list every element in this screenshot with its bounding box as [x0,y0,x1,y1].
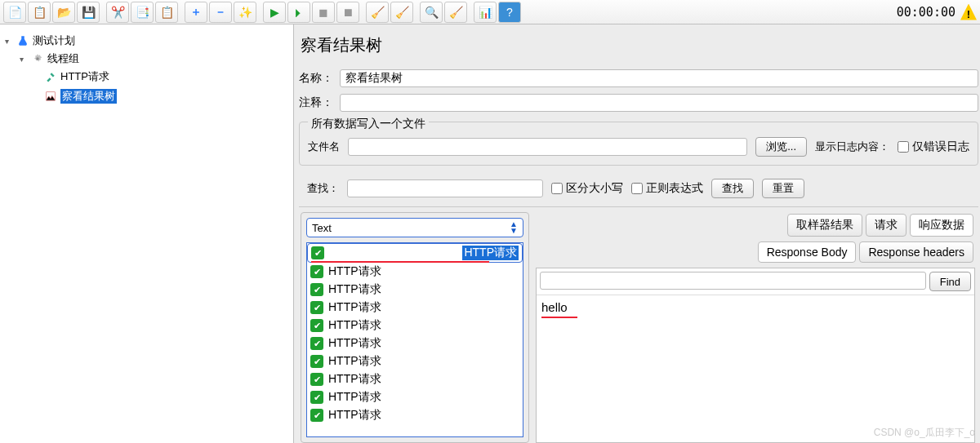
watermark: CSDN @o_瓜田李下_o [874,426,975,440]
result-item-label: HTTP请求 [328,264,381,279]
new-file-icon[interactable]: 📄 [3,2,26,23]
only-errors-label: 仅错误日志 [912,140,969,154]
clear-icon[interactable]: 🧹 [366,2,389,23]
templates-icon[interactable]: 📋 [28,2,51,23]
result-item[interactable]: ✔HTTP请求 [307,388,523,406]
response-find-input[interactable] [540,272,926,290]
result-item[interactable]: ✔HTTP请求 [307,281,523,299]
comment-label: 注释： [299,95,333,110]
tree-thread-group[interactable]: ▾ 线程组 [18,51,290,67]
result-item[interactable]: ✔HTTP请求 [307,370,523,388]
result-item-label: HTTP请求 [328,390,381,405]
stop-icon[interactable]: ◼ [312,2,335,23]
wand-icon[interactable]: ✨ [234,2,256,23]
reset-button[interactable]: 重置 [762,179,804,198]
tree-view-results[interactable]: 察看结果树 [42,88,290,104]
clear-all-icon[interactable]: 🧹 [390,2,413,23]
result-item[interactable]: ✔HTTP请求 [307,299,523,317]
tab-response-data[interactable]: 响应数据 [910,214,973,237]
result-item[interactable]: ✔ HTTP请求 [307,243,523,263]
search-input[interactable] [347,179,543,197]
success-icon: ✔ [310,355,323,368]
display-log-label: 显示日志内容： [815,140,889,154]
result-item-label: HTTP请求 [328,300,381,315]
flask-icon [16,34,29,47]
tree-test-plan[interactable]: ▾ 测试计划 [3,33,290,49]
name-input[interactable] [340,69,978,87]
paste-icon[interactable]: 📋 [155,2,178,23]
save-icon[interactable]: 💾 [77,2,100,23]
tree-thread-group-label: 线程组 [47,51,79,66]
tree-http-request[interactable]: HTTP请求 [42,69,290,85]
success-icon: ✔ [311,246,324,259]
plus-icon[interactable]: ＋ [185,2,207,23]
tree-http-request-label: HTTP请求 [60,69,109,84]
result-item-label: HTTP请求 [328,408,381,423]
search-icon[interactable]: 🔍 [420,2,443,23]
minus-icon[interactable]: － [209,2,232,23]
gear-icon [31,52,44,65]
options-icon[interactable]: 📊 [474,2,497,23]
function-icon[interactable]: 🧹 [444,2,467,23]
result-item[interactable]: ✔HTTP请求 [307,406,523,424]
filename-label: 文件名 [308,140,340,154]
case-sensitive-input[interactable] [551,183,563,194]
help-icon[interactable]: ? [498,2,521,23]
regex-label: 正则表达式 [646,181,703,196]
regex-input[interactable] [631,183,643,194]
tree-view-results-label: 察看结果树 [60,89,117,104]
shutdown-icon[interactable]: ⏹ [336,2,359,23]
result-item-label: HTTP请求 [328,372,381,387]
test-plan-tree[interactable]: ▾ 测试计划 ▾ 线程组 [0,24,294,443]
result-item-label: HTTP请求 [328,336,381,351]
tree-test-plan-label: 测试计划 [33,33,75,48]
tab-response-body[interactable]: Response Body [758,241,857,263]
result-item[interactable]: ✔HTTP请求 [307,334,523,352]
result-item[interactable]: ✔HTTP请求 [307,352,523,370]
result-item[interactable]: ✔HTTP请求 [307,317,523,334]
editor-pane: 察看结果树 名称： 注释： 所有数据写入一个文件 文件名 浏览... 显示日志内… [294,24,980,443]
search-label: 查找： [307,181,339,196]
tab-sampler-result[interactable]: 取样器结果 [787,214,862,237]
run-no-pause-icon[interactable]: ⏵ [287,2,310,23]
search-bar: 查找： 区分大小写 正则表达式 查找 重置 [299,175,978,202]
dropper-icon [44,70,57,83]
results-tree-icon [44,90,57,103]
run-icon[interactable]: ▶ [263,2,286,23]
success-icon: ✔ [310,337,323,350]
response-panel: 取样器结果 请求 响应数据 Response Body Response hea… [534,212,977,443]
copy-icon[interactable]: 📑 [131,2,154,23]
tab-request[interactable]: 请求 [866,214,906,237]
results-list[interactable]: ✔ HTTP请求 ✔HTTP请求 ✔HTTP请求 ✔HTTP请求 ✔HTTP请求… [306,242,523,437]
result-item[interactable]: ✔HTTP请求 [307,263,523,281]
select-arrows-icon: ▲▼ [510,221,518,234]
cut-icon[interactable]: ✂️ [106,2,129,23]
result-item-label: HTTP请求 [328,318,381,333]
only-errors-checkbox[interactable]: 仅错误日志 [898,140,969,154]
case-sensitive-checkbox[interactable]: 区分大小写 [551,181,623,196]
search-button[interactable]: 查找 [711,179,754,198]
main-toolbar: 📄 📋 📂 💾 ✂️ 📑 📋 ＋ － ✨ ▶ ⏵ ◼ ⏹ 🧹 🧹 🔍 🧹 📊 ?… [0,0,980,24]
results-list-panel: Text ▲▼ ✔ HTTP请求 ✔HTTP请求 ✔HTTP请求 ✔HTTP请求… [301,212,529,443]
tab-response-headers[interactable]: Response headers [859,241,973,263]
warning-icon[interactable]: ! [960,4,977,20]
renderer-select[interactable]: Text ▲▼ [306,218,523,237]
result-item-label: HTTP请求 [328,354,381,369]
browse-button[interactable]: 浏览... [755,137,807,157]
only-errors-input[interactable] [898,141,909,153]
success-icon: ✔ [310,301,323,314]
result-item-label: HTTP请求 [462,246,519,260]
success-icon: ✔ [310,283,323,296]
page-title: 察看结果树 [301,34,978,56]
success-icon: ✔ [310,391,323,404]
success-icon: ✔ [310,373,323,386]
regex-checkbox[interactable]: 正则表达式 [631,181,703,196]
elapsed-time: 00:00:00 [892,5,960,20]
response-find-button[interactable]: Find [929,272,971,291]
open-icon[interactable]: 📂 [52,2,75,23]
write-file-legend: 所有数据写入一个文件 [308,117,429,131]
success-icon: ✔ [310,409,323,422]
filename-input[interactable] [348,138,747,156]
comment-input[interactable] [340,94,978,112]
response-body-text[interactable]: hello [537,295,974,442]
